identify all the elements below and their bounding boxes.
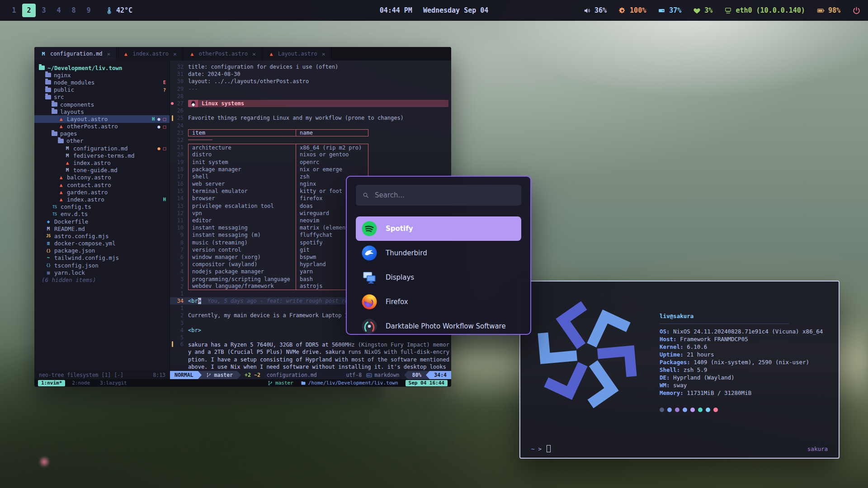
- tree-dir-components[interactable]: components: [34, 101, 170, 108]
- editor-line[interactable]: 29---: [170, 85, 451, 93]
- tree-file-docker-compose-yml[interactable]: ≡docker-compose.yml: [34, 240, 170, 247]
- table-row: shellzsh: [188, 173, 368, 180]
- tree-file-index-astro[interactable]: ▲index.astroH: [34, 196, 170, 203]
- fan-module[interactable]: 100%: [618, 6, 646, 14]
- table-cell-item: distro: [189, 151, 296, 158]
- gutter-sign: [170, 102, 175, 105]
- tree-dir-src[interactable]: src: [34, 94, 170, 101]
- tree-file-configuration-md[interactable]: Mconfiguration.md●□: [34, 145, 170, 152]
- tree-file-tailwind-config-mjs[interactable]: ~tailwind.config.mjs: [34, 254, 170, 262]
- fetch-value: zsh 5.9: [680, 366, 707, 373]
- battery-module[interactable]: 98%: [817, 6, 840, 14]
- markdown-icon: M: [40, 51, 47, 57]
- editor-line[interactable]: 6sakura has a Ryzen 5 7640U, 32GB of DDR…: [170, 341, 451, 371]
- tree-file-readme-md[interactable]: MREADME.md: [34, 225, 170, 232]
- workspace-2[interactable]: 2: [22, 4, 36, 17]
- tab-otherpost-astro[interactable]: ▲otherPost.astro×: [183, 47, 262, 61]
- app-launcher[interactable]: SpotifyThunderbirdDisplaysFirefoxDarktab…: [346, 176, 531, 335]
- cpu-module[interactable]: 3%: [693, 6, 712, 14]
- editor-line[interactable]: 25Favorite things regarding Linux and my…: [170, 114, 451, 122]
- tree-file-index-astro[interactable]: ▲index.astro: [34, 159, 170, 166]
- editor-line[interactable]: 31date: 2024-08-30: [170, 70, 451, 78]
- editor-line[interactable]: 32title: configuration for devices i use…: [170, 63, 451, 70]
- editor-line[interactable]: 27Linux systems: [170, 100, 451, 107]
- tab-label: Layout.astro: [278, 51, 317, 57]
- app-item-spotify[interactable]: Spotify: [356, 216, 521, 241]
- tree-file-tsconfig-json[interactable]: {}tsconfig.json: [34, 262, 170, 269]
- tmux-window-3-lazygit[interactable]: 3:lazygit: [97, 380, 130, 386]
- shell-prompt[interactable]: ~ > sakura: [531, 445, 828, 452]
- workspace-4[interactable]: 4: [52, 4, 66, 17]
- javascript-icon: JS: [45, 234, 52, 238]
- editor-line[interactable]: 23itemname: [170, 129, 451, 136]
- tree-file-garden-astro[interactable]: ▲garden.astro: [34, 188, 170, 196]
- editor-line[interactable]: 28: [170, 93, 451, 100]
- tree-dir-layouts[interactable]: layouts: [34, 108, 170, 115]
- terminal-window[interactable]: liv@sakura ─────────────────────────────…: [519, 281, 840, 459]
- editor-line[interactable]: 24: [170, 122, 451, 129]
- editor-line[interactable]: 5: [170, 334, 451, 341]
- tmux-window-1-nvim[interactable]: 1:nvim*: [38, 380, 65, 386]
- app-item-firefox[interactable]: Firefox: [356, 290, 521, 314]
- editor-line[interactable]: 18package managernix or emerge: [170, 166, 451, 173]
- app-item-label: Displays: [386, 273, 414, 282]
- workspace-3[interactable]: 3: [37, 4, 51, 17]
- tree-item-label: tsconfig.json: [54, 262, 99, 269]
- close-icon[interactable]: ×: [322, 51, 326, 57]
- disk-module[interactable]: 37%: [658, 6, 681, 14]
- fetch-line: Kernel: 6.10.6: [660, 343, 829, 351]
- tree-dir-nginx[interactable]: nginx: [34, 71, 170, 79]
- tree-dir-other[interactable]: other: [34, 137, 170, 145]
- tree-file-tone-guide-md[interactable]: Mtone-guide.md: [34, 167, 170, 174]
- search-input[interactable]: [375, 191, 515, 199]
- tree-file-astro-config-mjs[interactable]: JSastro.config.mjs: [34, 232, 170, 239]
- clock[interactable]: 04:44 PM Wednesday Sep 04: [380, 6, 489, 14]
- editor-line[interactable]: 26: [170, 107, 451, 114]
- tree-file-yarn-lock[interactable]: ■yarn.lock: [34, 269, 170, 276]
- tmux-window-2-node[interactable]: 2:node: [69, 380, 93, 386]
- network-module[interactable]: eth0 (10.0.0.140): [724, 6, 805, 14]
- workspace-9[interactable]: 9: [82, 4, 95, 17]
- tree-note-6-hidden-items[interactable]: (6 hidden items): [34, 276, 170, 283]
- line-number: 5: [175, 334, 188, 341]
- table-cell-item: privilege escalation tool: [189, 202, 296, 210]
- tab-layout-astro[interactable]: ▲Layout.astro×: [262, 47, 332, 61]
- app-item-displays[interactable]: Displays: [356, 265, 521, 290]
- volume-module[interactable]: 36%: [583, 6, 607, 14]
- tree-file-config-ts[interactable]: TSconfig.ts: [34, 203, 170, 211]
- tree-file-contact-astro[interactable]: ▲contact.astro: [34, 181, 170, 188]
- power-icon[interactable]: [852, 6, 861, 15]
- table-cell-item: window manager (xorg): [189, 253, 296, 261]
- temperature-module[interactable]: 42°C: [105, 6, 132, 14]
- tree-file-dockerfile[interactable]: ◆Dockerfile: [34, 218, 170, 225]
- tree-file-balcony-astro[interactable]: ▲balcony.astro: [34, 174, 170, 181]
- tree-file-env-d-ts[interactable]: TSenv.d.ts: [34, 211, 170, 218]
- tree-dir-development-liv-town[interactable]: ~/Development/liv.town: [34, 64, 170, 71]
- tree-item-label: Layout.astro: [67, 116, 108, 122]
- tree-file-fediverse-terms-md[interactable]: Mfediverse-terms.md: [34, 152, 170, 159]
- tab-index-astro[interactable]: ▲index.astro×: [117, 47, 183, 61]
- tree-dir-public[interactable]: public?: [34, 86, 170, 94]
- close-icon[interactable]: ×: [107, 51, 111, 57]
- editor-line[interactable]: 19init systemopenrc: [170, 158, 451, 165]
- tmux-cwd: /home/liv/Development/liv.town: [301, 380, 398, 386]
- tree-file-package-json[interactable]: {}package.json: [34, 247, 170, 254]
- editor-line[interactable]: 22: [170, 136, 451, 144]
- close-icon[interactable]: ×: [173, 51, 177, 57]
- editor-line[interactable]: 30layout: ../../layouts/otherPost.astro: [170, 78, 451, 85]
- tree-dir-node-modules[interactable]: node_modulesE: [34, 79, 170, 86]
- editor-line[interactable]: 20distronixos or gentoo: [170, 151, 451, 158]
- app-item-thunderbird[interactable]: Thunderbird: [356, 241, 521, 265]
- folder-icon: [45, 73, 51, 77]
- close-icon[interactable]: ×: [252, 51, 256, 57]
- tree-dir-pages[interactable]: pages: [34, 130, 170, 137]
- spotify-icon: [361, 221, 377, 237]
- workspace-1[interactable]: 1: [7, 4, 21, 17]
- editor-line[interactable]: 21architecturex86_64 (rip m2 pro): [170, 144, 451, 151]
- tab-configuration-md[interactable]: Mconfiguration.md×: [34, 47, 117, 61]
- heading-text: Linux systems: [202, 100, 244, 107]
- tree-file-otherpost-astro[interactable]: ▲otherPost.astro●□: [34, 123, 170, 130]
- workspace-8[interactable]: 8: [67, 4, 80, 17]
- tree-file-layout-astro[interactable]: ▲Layout.astroH●□: [34, 115, 170, 122]
- app-item-darktable-photo-workflow-software[interactable]: Darktable Photo Workflow Software: [356, 314, 521, 335]
